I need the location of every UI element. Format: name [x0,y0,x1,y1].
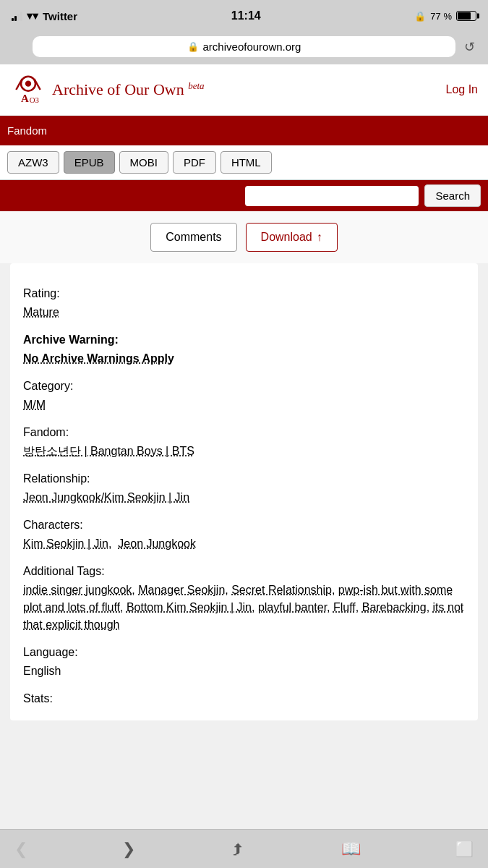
app-label: Twitter [43,10,77,22]
tags-container: indie singer jungkook, Manager Seokjin, … [23,582,465,634]
search-bar: Search [0,180,488,211]
svg-text:O3: O3 [30,95,39,104]
stats-label: Stats: [23,690,465,707]
search-input[interactable] [245,186,419,206]
relationship-label: Relationship: [23,470,465,488]
svg-point-3 [25,81,31,87]
characters-label: Characters: [23,516,465,534]
rating-label: Rating: [23,285,465,302]
status-battery: 🔒 77 % [414,11,476,22]
nav-bar: Fandom [0,116,488,145]
login-link[interactable]: Log In [446,83,478,96]
signal-icon [12,11,22,21]
download-label: Download [261,231,312,244]
download-button[interactable]: Download ↑ [246,223,338,252]
lock-icon: 🔒 [187,41,199,52]
language-value: English [23,665,61,677]
lock-icon: 🔒 [414,11,426,22]
fandom-label: Fandom: [23,424,465,441]
nav-top: Fandom [0,116,488,145]
format-bar: AZW3 EPUB MOBI PDF HTML [0,145,488,180]
status-time: 11:14 [231,9,261,22]
fandom-nav-item[interactable]: Fandom [7,119,47,142]
work-metadata: Rating: Mature Archive Warning: No Archi… [10,263,478,720]
site-title-text: Archive of Our Own beta [52,80,205,98]
beta-label: beta [188,80,204,91]
category-label: Category: [23,378,465,395]
battery-percent: 77 % [430,11,452,22]
status-bar: ▾▾ Twitter 11:14 🔒 77 % [0,0,488,32]
format-azw3-button[interactable]: AZW3 [7,151,59,174]
relationship-value[interactable]: Jeon Jungkook/Kim Seokjin | Jin [23,491,189,503]
fandom-value[interactable]: 방탄소년단 | Bangtan Boys | BTS [23,445,194,457]
category-value[interactable]: M/M [23,399,46,411]
tag-item[interactable]: Manager Seokjin [138,584,225,596]
format-epub-button[interactable]: EPUB [64,151,115,174]
tag-item[interactable]: indie singer jungkook [23,584,132,596]
tag-item[interactable]: Secret Relationship [231,584,332,596]
site-header: A O3 Archive of Our Own beta Log In [0,64,488,116]
svg-text:A: A [21,93,29,104]
comments-button[interactable]: Comments [150,223,236,252]
site-logo: A O3 Archive of Our Own beta [10,72,205,108]
tag-item[interactable]: playful banter [258,601,327,613]
format-pdf-button[interactable]: PDF [173,151,216,174]
character1-value[interactable]: Kim Seokjin | Jin [23,537,108,550]
site-title: Archive of Our Own beta [52,80,205,99]
language-label: Language: [23,644,465,661]
tag-item[interactable]: Bottom Kim Seokjin | Jin [127,601,252,613]
rating-value[interactable]: Mature [23,306,59,318]
tags-label: Additional Tags: [23,563,465,580]
refresh-button[interactable]: ↺ [464,39,475,55]
battery-icon [456,11,476,21]
format-mobi-button[interactable]: MOBI [119,151,168,174]
format-html-button[interactable]: HTML [221,151,272,174]
tag-item[interactable]: Barebacking [362,601,427,613]
url-text: archiveofourown.org [203,41,301,53]
ao3-logo-image: A O3 [10,72,46,108]
download-arrow-icon: ↑ [317,231,322,244]
warning-label: Archive Warning: [23,331,465,349]
url-display[interactable]: 🔒 archiveofourown.org [33,36,456,57]
wifi-icon: ▾▾ [27,9,38,22]
url-bar: 🔒 archiveofourown.org ↺ [0,32,488,64]
warning-value[interactable]: No Archive Warnings Apply [23,352,174,365]
search-button[interactable]: Search [424,184,481,207]
action-bar: Comments Download ↑ [0,211,488,263]
character2-value[interactable]: Jeon Jungkook [118,537,196,550]
status-app-name: ▾▾ Twitter [12,9,77,22]
tag-item[interactable]: Fluff [333,601,356,613]
